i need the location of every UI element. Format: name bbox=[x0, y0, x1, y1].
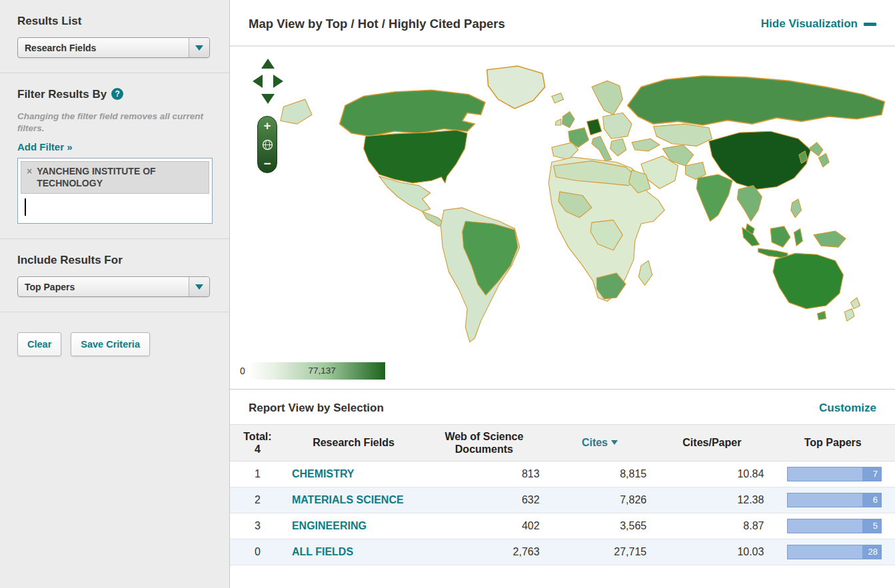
add-filter-link[interactable]: Add Filter » bbox=[17, 141, 73, 152]
row-rank: 2 bbox=[230, 487, 285, 513]
legend-min-label: 0 bbox=[240, 366, 245, 376]
field-link[interactable]: CHEMISTRY bbox=[292, 468, 355, 479]
cites-label: Cites bbox=[582, 437, 608, 448]
filter-tag: × YANCHENG INSTITUTE OF TECHNOLOGY bbox=[21, 161, 209, 194]
filter-box[interactable]: × YANCHENG INSTITUTE OF TECHNOLOGY bbox=[17, 158, 213, 224]
help-icon[interactable]: ? bbox=[111, 88, 123, 100]
filter-section: Filter Results By? Changing the filter f… bbox=[0, 73, 229, 239]
table-header-row: Total: 4 Research Fields Web of Science … bbox=[230, 425, 895, 461]
docs-value: 813 bbox=[422, 461, 546, 487]
row-rank: 3 bbox=[230, 513, 285, 539]
cites-per-paper-value: 10.84 bbox=[653, 461, 770, 487]
cites-value: 8,815 bbox=[546, 461, 654, 487]
cites-value: 27,715 bbox=[546, 539, 654, 565]
map-zoom-control[interactable]: + − bbox=[257, 116, 277, 173]
table-row: 2 MATERIALS SCIENCE 632 7,826 12.38 6 bbox=[230, 487, 895, 513]
total-header: Total: 4 bbox=[230, 425, 285, 461]
legend-max-label: 77,137 bbox=[308, 366, 335, 376]
top-papers-value: 28 bbox=[868, 545, 878, 559]
hide-visualization-label: Hide Visualization bbox=[761, 17, 858, 31]
results-list-section: Results List Research Fields bbox=[0, 0, 229, 73]
top-papers-value: 6 bbox=[873, 493, 878, 507]
cites-value: 3,565 bbox=[546, 513, 654, 539]
map-view-title: Map View by Top / Hot / Highly Cited Pap… bbox=[249, 17, 505, 31]
table-row: 3 ENGINEERING 402 3,565 8.87 5 bbox=[230, 513, 895, 539]
table-row: 1 CHEMISTRY 813 8,815 10.84 7 bbox=[230, 461, 895, 487]
row-rank: 1 bbox=[230, 461, 285, 487]
filter-results-title: Filter Results By? bbox=[17, 88, 212, 101]
results-list-title: Results List bbox=[17, 15, 212, 28]
results-dropdown-value: Research Fields bbox=[18, 43, 189, 53]
total-label: Total: bbox=[237, 430, 279, 443]
map-controls: + − bbox=[253, 59, 283, 173]
docs-value: 632 bbox=[422, 487, 546, 513]
results-list-dropdown[interactable]: Research Fields bbox=[17, 37, 210, 58]
map-legend: 0 77,137 bbox=[240, 362, 385, 380]
filter-input[interactable] bbox=[21, 194, 209, 220]
collapse-icon bbox=[864, 23, 876, 26]
cites-per-paper-value: 10.03 bbox=[653, 539, 770, 565]
globe-icon[interactable] bbox=[262, 139, 273, 150]
report-view-title: Report View by Selection bbox=[249, 402, 384, 415]
map-countries bbox=[281, 66, 885, 342]
map-area: + − 0 77,137 bbox=[230, 47, 895, 390]
top-papers-bar[interactable]: 7 bbox=[787, 467, 882, 481]
legend-gradient-bar: 77,137 bbox=[248, 362, 385, 380]
world-map[interactable] bbox=[271, 48, 888, 366]
docs-value: 2,763 bbox=[422, 539, 546, 565]
total-value: 4 bbox=[237, 443, 279, 455]
top-papers-bar[interactable]: 6 bbox=[787, 493, 882, 507]
text-cursor bbox=[25, 198, 26, 216]
field-link[interactable]: ENGINEERING bbox=[292, 520, 367, 531]
customize-link[interactable]: Customize bbox=[819, 402, 876, 415]
column-research-fields[interactable]: Research Fields bbox=[285, 425, 422, 461]
actions-section: Clear Save Criteria bbox=[0, 312, 229, 371]
include-dropdown-value: Top Papers bbox=[18, 282, 189, 292]
main-panel: Map View by Top / Hot / Highly Cited Pap… bbox=[230, 0, 895, 588]
esi-app: Results List Research Fields Filter Resu… bbox=[0, 0, 895, 588]
include-results-dropdown[interactable]: Top Papers bbox=[17, 276, 210, 297]
clear-button[interactable]: Clear bbox=[17, 332, 61, 356]
top-papers-value: 5 bbox=[873, 519, 878, 533]
remove-filter-icon[interactable]: × bbox=[27, 166, 32, 177]
column-cites[interactable]: Cites bbox=[546, 425, 654, 461]
table-row: 0 ALL FIELDS 2,763 27,715 10.03 28 bbox=[230, 539, 895, 565]
sort-desc-icon bbox=[611, 440, 618, 445]
include-results-title: Include Results For bbox=[17, 254, 212, 267]
column-top-papers[interactable]: Top Papers bbox=[770, 425, 895, 461]
filter-note: Changing the filter field removes all cu… bbox=[17, 111, 212, 135]
top-papers-bar[interactable]: 28 bbox=[787, 545, 882, 559]
column-wos-documents[interactable]: Web of Science Documents bbox=[422, 425, 546, 461]
pan-up-icon[interactable] bbox=[261, 59, 275, 69]
report-view-header: Report View by Selection Customize bbox=[230, 390, 895, 424]
row-rank: 0 bbox=[230, 539, 285, 565]
map-view-header: Map View by Top / Hot / Highly Cited Pap… bbox=[230, 0, 895, 47]
zoom-in-icon[interactable]: + bbox=[263, 120, 271, 131]
docs-value: 402 bbox=[422, 513, 546, 539]
sidebar: Results List Research Fields Filter Resu… bbox=[0, 0, 230, 588]
pan-left-icon[interactable] bbox=[253, 75, 263, 88]
field-link[interactable]: ALL FIELDS bbox=[292, 546, 353, 557]
chevron-down-icon[interactable] bbox=[189, 277, 209, 296]
map-pan-control[interactable] bbox=[253, 59, 283, 104]
top-papers-bar[interactable]: 5 bbox=[787, 519, 882, 533]
cites-per-paper-value: 12.38 bbox=[653, 487, 770, 513]
include-results-section: Include Results For Top Papers bbox=[0, 239, 229, 312]
filter-tag-label: YANCHENG INSTITUTE OF TECHNOLOGY bbox=[37, 166, 203, 189]
chevron-down-icon[interactable] bbox=[189, 38, 209, 57]
pan-down-icon[interactable] bbox=[261, 94, 275, 104]
save-criteria-button[interactable]: Save Criteria bbox=[71, 332, 150, 356]
report-table: Total: 4 Research Fields Web of Science … bbox=[230, 424, 895, 565]
hide-visualization-link[interactable]: Hide Visualization bbox=[761, 17, 876, 31]
filter-title-text: Filter Results By bbox=[17, 88, 107, 101]
column-cites-per-paper[interactable]: Cites/Paper bbox=[653, 425, 770, 461]
cites-value: 7,826 bbox=[546, 487, 654, 513]
pan-right-icon[interactable] bbox=[273, 75, 283, 88]
cites-per-paper-value: 8.87 bbox=[653, 513, 770, 539]
top-papers-value: 7 bbox=[873, 467, 878, 481]
zoom-out-icon[interactable]: − bbox=[263, 158, 271, 169]
field-link[interactable]: MATERIALS SCIENCE bbox=[292, 494, 404, 505]
